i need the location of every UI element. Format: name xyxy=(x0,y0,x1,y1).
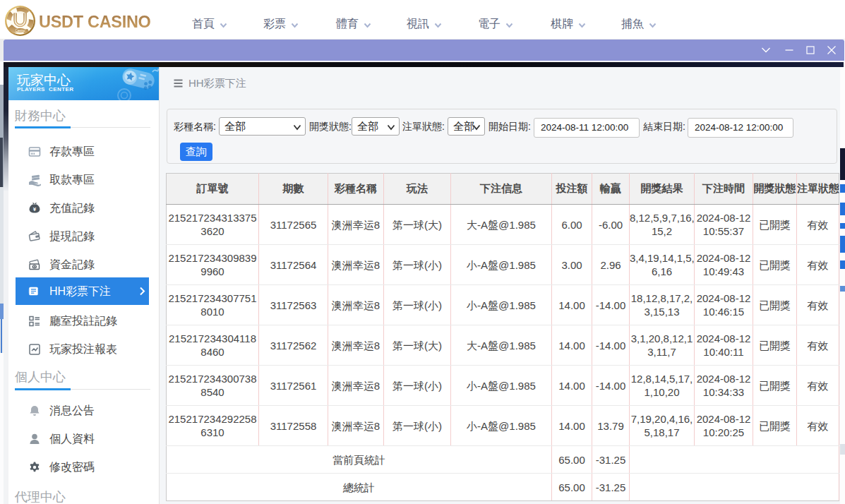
svg-text:¥: ¥ xyxy=(33,206,37,212)
svg-text:Casino: Casino xyxy=(15,29,25,32)
